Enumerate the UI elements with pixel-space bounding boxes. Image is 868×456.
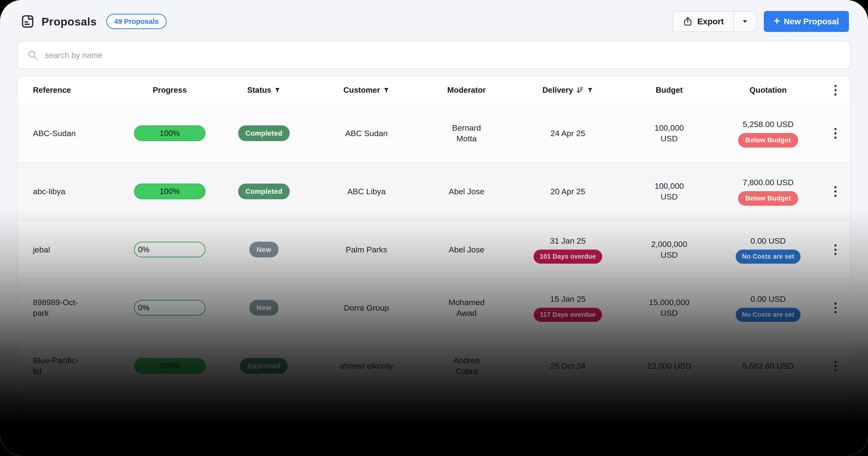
table-row[interactable]: 898989-Oct- park 0% New Dorra Group Moha…: [18, 279, 850, 337]
budget-cell: 100,000 USD: [623, 181, 716, 202]
quotation-cell: 0.00 USD No Costs are set: [716, 236, 820, 264]
delivery-cell: 24 Apr 25: [513, 128, 623, 139]
table-row[interactable]: jebal 0% New Palm Parks Abel Jose 31 Jan…: [18, 221, 850, 279]
funnel-filter-icon[interactable]: [383, 87, 390, 93]
search-icon: [27, 50, 38, 61]
no-costs-badge: No Costs are set: [736, 250, 800, 264]
proposals-table: Reference Progress Status Customer Moder…: [17, 76, 851, 454]
below-budget-badge: Below Budget: [738, 133, 798, 148]
column-header-status[interactable]: Status: [215, 86, 313, 95]
top-bar: Proposals 49 Proposals Export: [0, 0, 868, 32]
delivery-cell: 15 Jan 25 117 Days overdue: [513, 294, 623, 322]
delivery-cell: 25 Oct 24: [513, 361, 623, 371]
delivery-cell: 31 Jan 25 101 Days overdue: [513, 236, 623, 264]
status-badge: Approved: [240, 358, 288, 374]
new-proposal-button[interactable]: + New Proposal: [764, 11, 849, 32]
column-header-delivery[interactable]: Delivery: [513, 86, 623, 95]
moderator-cell: Andrea Cobra: [420, 355, 513, 376]
customer-cell: Palm Parks: [313, 244, 420, 255]
customer-cell: ahmed elkordy: [313, 361, 420, 371]
reference-cell: ABC-Sudan: [18, 128, 124, 139]
no-costs-badge: No Costs are set: [736, 308, 800, 322]
column-header-progress[interactable]: Progress: [124, 86, 215, 95]
quotation-cell: 7,800.00 USD Below Budget: [716, 177, 820, 206]
table-options-kebab-menu-icon[interactable]: [831, 82, 840, 99]
row-kebab-menu-icon[interactable]: [831, 357, 840, 375]
customer-cell: ABC Sudan: [313, 128, 420, 139]
quotation-cell: 2,990.00 USD: [716, 419, 820, 429]
search-input[interactable]: [45, 51, 841, 60]
column-header-customer[interactable]: Customer: [313, 86, 420, 95]
column-header-budget[interactable]: Budget: [623, 86, 716, 95]
status-badge: Completed: [238, 125, 289, 141]
proposal-count-badge: 49 Proposals: [106, 14, 167, 29]
table-row[interactable]: abc-libya 100% Completed ABC Libya Abel …: [18, 162, 850, 221]
export-dropdown-button[interactable]: [733, 11, 756, 31]
export-label: Export: [697, 17, 724, 26]
export-button[interactable]: Export: [673, 11, 733, 31]
caret-down-icon: [741, 18, 749, 25]
table-row[interactable]: ABC-Sudan 100% Completed ABC Sudan Berna…: [18, 104, 850, 162]
status-badge: New: [249, 242, 278, 257]
quotation-cell: 0.00 USD No Costs are set: [716, 294, 820, 322]
search-bar: [17, 41, 851, 69]
overdue-badge: 101 Days overdue: [533, 250, 602, 264]
funnel-filter-icon[interactable]: [274, 87, 281, 93]
progress-bar: 0%: [134, 242, 206, 257]
reference-cell: jebal: [18, 244, 124, 255]
row-kebab-menu-icon[interactable]: [831, 241, 840, 259]
below-budget-badge: Below Budget: [738, 191, 798, 206]
table-row[interactable]: Blue-Pacific- ltd 100% Approved ahmed el…: [18, 337, 850, 395]
budget-cell: 15,000,000 USD: [623, 297, 716, 318]
progress-bar: 100%: [134, 125, 206, 141]
row-kebab-menu-icon[interactable]: [831, 299, 840, 316]
progress-bar: 0%: [134, 300, 206, 315]
delivery-cell: 20 Apr 25: [513, 186, 623, 197]
proposals-app-window: Proposals 49 Proposals Export: [0, 0, 868, 456]
quotation-cell: 5,562.60 USD: [716, 361, 820, 371]
sort-descending-icon[interactable]: [576, 86, 584, 94]
progress-bar: 100%: [134, 184, 206, 199]
row-kebab-menu-icon[interactable]: [831, 183, 840, 200]
moderator-cell: Bernard Motta: [420, 123, 513, 144]
moderator-cell: Abel Jose: [420, 244, 513, 255]
progress-bar: 100%: [134, 358, 206, 374]
table-header-row: Reference Progress Status Customer Moder…: [18, 76, 850, 104]
status-badge: New: [249, 300, 278, 315]
row-kebab-menu-icon[interactable]: [831, 125, 840, 142]
column-header-quotation[interactable]: Quotation: [716, 86, 820, 95]
reference-cell: 898989-Oct- park: [18, 297, 124, 318]
budget-cell: 23,000 USD: [623, 361, 716, 371]
new-proposal-label: New Proposal: [784, 17, 839, 26]
reference-cell: Blue-Pacific- ltd: [18, 355, 124, 376]
overdue-badge: 117 Days overdue: [534, 308, 602, 322]
customer-cell: 3 Corners Resort: [313, 419, 420, 429]
plus-icon: +: [774, 16, 780, 26]
export-split-button: Export: [673, 11, 757, 32]
budget-cell: 2,000,000 USD: [623, 239, 716, 260]
moderator-cell: Mohamed Awad: [420, 297, 513, 318]
customer-cell: ABC Libya: [313, 186, 420, 197]
page-title: Proposals: [41, 15, 97, 28]
reference-cell: abc-libya: [18, 186, 124, 197]
moderator-cell: Abel Jose: [420, 186, 513, 197]
funnel-filter-icon[interactable]: [587, 87, 593, 93]
header-actions: Export + New Proposal: [673, 11, 849, 32]
title-group: Proposals 49 Proposals: [20, 14, 167, 29]
quotation-cell: 5,258.00 USD Below Budget: [716, 119, 820, 148]
column-header-moderator[interactable]: Moderator: [420, 86, 513, 95]
customer-cell: Dorra Group: [313, 303, 420, 313]
row-kebab-menu-icon[interactable]: [831, 416, 840, 433]
budget-cell: 100,000 USD: [623, 123, 716, 144]
column-header-reference[interactable]: Reference: [18, 86, 124, 95]
table-row[interactable]: 3 Corners Resort 2,990.00 USD: [18, 395, 850, 453]
share-up-icon: [683, 16, 693, 27]
document-icon: [20, 14, 35, 29]
status-badge: Completed: [238, 184, 289, 199]
